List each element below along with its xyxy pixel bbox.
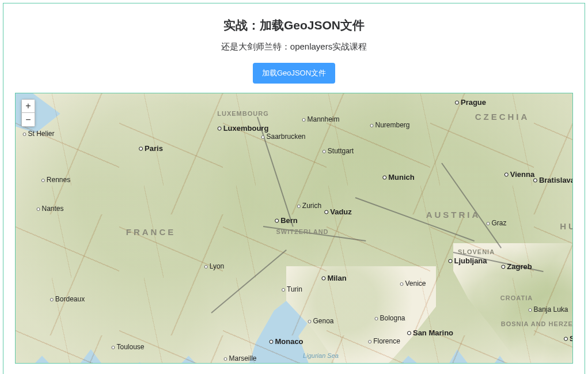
city-name: Munich	[388, 173, 415, 182]
city-label: Bern	[275, 216, 298, 225]
city-label: Bologna	[374, 314, 405, 322]
city-dot-icon	[269, 340, 273, 344]
country-label-hungary: HU	[560, 221, 573, 231]
city-label: Graz	[486, 219, 506, 227]
city-dot-icon	[486, 222, 490, 225]
city-name: St Helier	[28, 130, 54, 138]
city-dot-icon	[302, 118, 305, 122]
load-geojson-button[interactable]: 加载GeoJSON文件	[253, 63, 335, 84]
city-dot-icon	[22, 133, 26, 136]
app-container: 实战：加载GeoJSON文件 还是大剑师兰特：openlayers实战课程 加载…	[3, 3, 585, 374]
city-name: Toulouse	[116, 343, 144, 351]
city-dot-icon	[218, 127, 222, 131]
city-name: Bordeaux	[55, 295, 85, 303]
city-label: Nantes	[36, 205, 63, 213]
toolbar: 加载GeoJSON文件	[15, 63, 573, 84]
city-name: Lyon	[210, 262, 225, 270]
city-dot-icon	[261, 135, 264, 139]
map-viewport[interactable]: FRANCE LUXEMBOURG SWITZERLAND AUSTRIA CZ…	[15, 93, 573, 364]
city-label: Venice	[400, 279, 426, 288]
city-name: Zurich	[302, 202, 321, 210]
country-label-france: FRANCE	[126, 227, 176, 237]
zoom-in-button[interactable]: +	[21, 99, 35, 113]
country-label-slovenia: SLOVENIA	[458, 248, 495, 255]
city-label: Luxembourg	[218, 124, 269, 133]
city-label: Vienna	[504, 170, 534, 179]
city-dot-icon	[323, 150, 326, 153]
city-name: Mannheim	[307, 115, 339, 123]
country-label-croatia: CROATIA	[500, 294, 533, 301]
city-dot-icon	[448, 259, 452, 263]
city-dot-icon	[308, 320, 311, 323]
city-name: Venice	[405, 279, 426, 288]
city-name: Rennes	[47, 176, 70, 184]
country-label-switzerland: SWITZERLAND	[276, 228, 328, 235]
city-label: Stuttgart	[323, 147, 354, 155]
city-name: Turin	[287, 285, 302, 293]
city-name: Florence	[373, 337, 400, 345]
city-label: Lyon	[204, 262, 225, 270]
city-dot-icon	[504, 173, 509, 177]
page-title: 实战：加载GeoJSON文件	[15, 17, 573, 33]
city-label: Sa	[564, 334, 573, 343]
city-label: Zagreb	[501, 262, 532, 271]
city-name: Nantes	[41, 205, 63, 213]
city-dot-icon	[407, 331, 411, 335]
city-dot-icon	[400, 282, 403, 286]
city-dot-icon	[275, 219, 279, 223]
city-name: Nuremberg	[375, 121, 409, 129]
city-name: Monaco	[275, 337, 303, 346]
city-label: Mannheim	[302, 115, 339, 123]
sea-label-ligurian: Ligurian Sea	[303, 352, 339, 359]
city-name: Marseille	[229, 354, 256, 362]
city-dot-icon	[204, 265, 208, 269]
city-dot-icon	[139, 147, 143, 151]
page-subtitle: 还是大剑师兰特：openlayers实战课程	[15, 41, 573, 52]
country-label-bosnia: BOSNIA AND HERZEGOVINA	[501, 320, 573, 327]
city-label: Toulouse	[111, 343, 144, 351]
city-dot-icon	[382, 176, 386, 180]
city-dot-icon	[374, 317, 378, 320]
city-label: San Marino	[407, 328, 453, 337]
city-dot-icon	[41, 179, 45, 182]
city-label: Ljubljana	[448, 256, 487, 265]
city-dot-icon	[297, 205, 301, 208]
city-label: Zurich	[297, 202, 321, 210]
map-canvas[interactable]: FRANCE LUXEMBOURG SWITZERLAND AUSTRIA CZ…	[16, 93, 572, 363]
city-name: Stuttgart	[328, 147, 354, 155]
city-name: Graz	[491, 219, 506, 227]
city-name: Milan	[327, 274, 346, 282]
city-label: Vaduz	[324, 207, 352, 216]
city-dot-icon	[50, 298, 54, 301]
city-name: Genoa	[313, 317, 333, 325]
city-label: Turin	[282, 285, 302, 293]
city-dot-icon	[223, 357, 227, 361]
city-dot-icon	[455, 101, 459, 105]
city-name: Banja Luka	[533, 305, 568, 313]
city-name: Bratislava	[539, 176, 573, 184]
city-name: Paris	[145, 144, 163, 153]
city-label: Banja Luka	[528, 305, 568, 313]
city-name: Ljubljana	[454, 256, 487, 265]
city-label: Prague	[455, 98, 486, 107]
city-name: Saarbrucken	[266, 133, 305, 141]
city-dot-icon	[282, 288, 285, 292]
country-label-austria: AUSTRIA	[426, 210, 481, 220]
city-dot-icon	[564, 337, 568, 341]
city-dot-icon	[321, 277, 325, 281]
city-label: St Helier	[22, 130, 54, 138]
city-label: Bratislava	[533, 176, 573, 184]
city-dot-icon	[370, 124, 373, 127]
city-name: Vaduz	[330, 207, 352, 216]
city-name: Sa	[570, 334, 573, 343]
city-name: Prague	[461, 98, 486, 107]
city-label: Nuremberg	[370, 121, 409, 129]
country-label-luxembourg: LUXEMBOURG	[217, 110, 268, 117]
city-label: Saarbrucken	[261, 133, 305, 141]
city-label: Bordeaux	[50, 295, 85, 303]
zoom-out-button[interactable]: −	[21, 113, 35, 127]
city-name: Zagreb	[507, 262, 532, 271]
country-label-czechia: CZECHIA	[475, 112, 530, 122]
city-name: Luxembourg	[223, 124, 269, 133]
city-dot-icon	[368, 340, 371, 343]
